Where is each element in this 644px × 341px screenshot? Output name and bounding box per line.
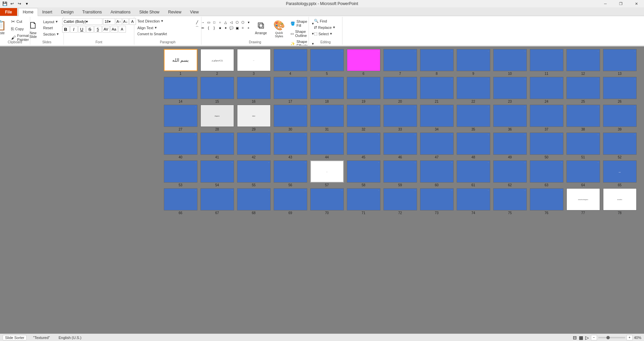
slide-thumb-30[interactable]: ...30 [273, 105, 308, 131]
slide-thumb-71[interactable]: ...71 [346, 188, 381, 215]
undo-button[interactable]: ↩ [9, 0, 15, 7]
shape-rect2[interactable]: □ [212, 19, 217, 25]
slide-thumb-62[interactable]: ...62 [492, 160, 527, 187]
tab-design[interactable]: Design [57, 8, 78, 16]
slide-thumb-53[interactable]: ...53 [163, 160, 198, 187]
slide-thumb-11[interactable]: ...11 [529, 49, 564, 76]
shape-more[interactable]: ▾ [246, 19, 251, 25]
change-case-button[interactable]: Aa [110, 26, 118, 33]
shape-line[interactable]: ╱ [194, 19, 200, 25]
minimize-button[interactable]: ─ [598, 0, 613, 7]
slide-thumb-27[interactable]: ...27 [163, 105, 198, 131]
slide-thumb-60[interactable]: ...60 [419, 160, 454, 187]
slide-thumb-73[interactable]: ...73 [419, 188, 454, 215]
char-spacing-button[interactable]: AV [102, 26, 110, 33]
slide-thumb-16[interactable]: ...16 [236, 77, 271, 103]
slide-thumb-6[interactable]: ...6 [346, 49, 381, 76]
restore-button[interactable]: ❐ [613, 0, 629, 7]
slide-thumb-10[interactable]: ...10 [492, 49, 527, 76]
slide-thumb-64[interactable]: ...64 [565, 160, 601, 187]
font-color-button[interactable]: A [119, 26, 126, 33]
bold-button[interactable]: B [62, 26, 70, 33]
tab-file[interactable]: File [0, 8, 17, 16]
new-slide-button[interactable]: 🗋 New Slide [26, 18, 41, 40]
shape-pentagon[interactable]: ⬠ [234, 19, 240, 25]
slide-thumb-48[interactable]: ...48 [456, 133, 491, 159]
slide-thumb-70[interactable]: ...70 [309, 188, 344, 215]
tab-home[interactable]: Home [18, 8, 38, 16]
slide-thumb-77[interactable]: amoeba diagram77 [565, 188, 601, 215]
slide-thumb-9[interactable]: ...9 [456, 49, 491, 76]
zoom-in-button[interactable]: + [627, 335, 633, 340]
slide-thumb-28[interactable]: diagram28 [199, 105, 235, 131]
slide-thumb-38[interactable]: ...38 [565, 105, 601, 131]
slide-thumb-65[interactable]: ...65 [602, 160, 637, 187]
slide-thumb-72[interactable]: ...72 [382, 188, 418, 215]
slide-thumb-75[interactable]: ...75 [492, 188, 527, 215]
select-button[interactable]: ⬚ Select ▾ [312, 31, 339, 37]
slide-thumb-51[interactable]: ...51 [565, 133, 601, 159]
slide-thumb-22[interactable]: ...22 [456, 77, 491, 103]
slide-sorter-button[interactable]: Slide Sorter [3, 335, 27, 340]
slide-thumb-50[interactable]: ...50 [529, 133, 564, 159]
tab-review[interactable]: Review [164, 8, 186, 16]
slide-thumb-32[interactable]: ...32 [346, 105, 381, 131]
slide-thumb-45[interactable]: ...45 [346, 133, 381, 159]
tab-slideshow[interactable]: Slide Show [135, 8, 164, 16]
shape-star[interactable]: ★ [217, 25, 223, 31]
quick-styles-button[interactable]: 🎨 Quick Styles [271, 18, 287, 40]
slide-thumb-59[interactable]: ...59 [382, 160, 418, 187]
tab-view[interactable]: View [186, 8, 203, 16]
slide-thumb-58[interactable]: ...58 [346, 160, 381, 187]
shadow-button[interactable]: S̲ [94, 26, 102, 33]
shape-callout[interactable]: 💬 [229, 25, 234, 31]
slide-thumb-74[interactable]: ...74 [456, 188, 491, 215]
shape-triangle[interactable]: △ [223, 19, 228, 25]
slide-thumb-78[interactable]: amoeba78 [602, 188, 637, 215]
slide-thumb-33[interactable]: ...33 [382, 105, 418, 131]
slide-thumb-3[interactable]: ...3 [236, 49, 271, 76]
slide-thumb-42[interactable]: ...42 [236, 133, 271, 159]
tab-insert[interactable]: Insert [38, 8, 57, 16]
shape-bracket2[interactable]: } [212, 25, 217, 31]
normal-view-button[interactable]: ▦ [579, 335, 583, 340]
shape-rect[interactable]: ▭ [206, 19, 211, 25]
slide-thumb-34[interactable]: ...34 [419, 105, 454, 131]
slide-thumb-37[interactable]: ...37 [529, 105, 564, 131]
slide-thumb-44[interactable]: ...44 [309, 133, 344, 159]
slide-thumb-29[interactable]: chart29 [236, 105, 271, 131]
slide-thumb-17[interactable]: ...17 [273, 77, 308, 103]
slide-thumb-61[interactable]: ...61 [456, 160, 491, 187]
italic-button[interactable]: I [70, 26, 78, 33]
slide-thumb-7[interactable]: ...7 [382, 49, 418, 76]
slide-thumb-14[interactable]: ...14 [163, 77, 198, 103]
zoom-slider[interactable] [598, 337, 625, 338]
slide-thumb-41[interactable]: ...41 [199, 133, 235, 159]
shape-star2[interactable]: ✦ [223, 25, 228, 31]
slide-thumb-55[interactable]: ...55 [236, 160, 271, 187]
align-text-button[interactable]: Align Text ▾ [136, 25, 158, 31]
slide-thumb-8[interactable]: ...8 [419, 49, 454, 76]
slide-thumb-1[interactable]: بسم الله1 [163, 49, 198, 76]
fit-slide-button[interactable]: ⊟ [573, 335, 577, 340]
slide-thumb-56[interactable]: ...56 [273, 160, 308, 187]
find-button[interactable]: 🔍 Find [312, 18, 339, 24]
slide-panel[interactable]: ...13...12...11...10...9...8...7...6...5… [0, 46, 644, 334]
font-size-box[interactable]: 18 ▾ [103, 18, 115, 25]
slide-thumb-23[interactable]: ...23 [492, 77, 527, 103]
paste-button[interactable]: 📋 Paste [0, 18, 8, 37]
slide-thumb-18[interactable]: ...18 [309, 77, 344, 103]
slide-thumb-36[interactable]: ...36 [492, 105, 527, 131]
slide-thumb-24[interactable]: ...24 [529, 77, 564, 103]
slide-thumb-4[interactable]: ...4 [273, 49, 308, 76]
slide-thumb-54[interactable]: ...54 [199, 160, 235, 187]
slide-thumb-20[interactable]: ...20 [382, 77, 418, 103]
slide-thumb-35[interactable]: ...35 [456, 105, 491, 131]
slide-thumb-52[interactable]: ...52 [602, 133, 637, 159]
slide-thumb-49[interactable]: ...49 [492, 133, 527, 159]
convert-smartart-button[interactable]: Convert to SmartArt [136, 32, 169, 37]
theme-button[interactable]: "Textured" [31, 335, 52, 340]
customize-qat-button[interactable]: ▾ [24, 0, 30, 7]
shape-plus[interactable]: + [246, 25, 251, 31]
slide-thumb-63[interactable]: ...63 [529, 160, 564, 187]
